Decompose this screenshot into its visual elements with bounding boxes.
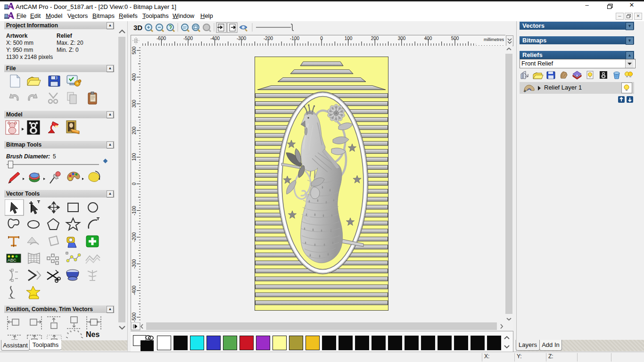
svg-text:100: 100: [345, 36, 353, 41]
svg-text:-100: -100: [132, 206, 137, 215]
svg-text:millimetres: millimetres: [484, 37, 504, 42]
svg-text:-300: -300: [237, 36, 246, 41]
svg-text:+: +: [523, 88, 526, 93]
svg-text:200: 200: [371, 36, 379, 41]
svg-text:-200: -200: [132, 232, 137, 242]
svg-text:300: 300: [132, 99, 137, 107]
svg-text:400: 400: [132, 73, 137, 81]
svg-text:500: 500: [451, 36, 459, 41]
svg-text:-600: -600: [157, 36, 166, 41]
svg-text:-500: -500: [183, 36, 193, 41]
svg-text:-200: -200: [264, 36, 273, 41]
svg-text:100: 100: [132, 153, 137, 161]
svg-text:3D: 3D: [133, 24, 142, 32]
svg-text:500: 500: [132, 46, 137, 54]
svg-text:0: 0: [132, 182, 137, 185]
svg-text:-300: -300: [132, 259, 137, 269]
svg-text:ABC: ABC: [8, 258, 17, 263]
svg-text:-100: -100: [290, 36, 299, 41]
svg-text:400: 400: [424, 36, 432, 41]
svg-text:-500: -500: [132, 313, 137, 322]
svg-text:200: 200: [132, 126, 137, 134]
svg-text:0: 0: [320, 36, 323, 41]
svg-text:-400: -400: [210, 36, 220, 41]
svg-text:-400: -400: [132, 286, 137, 295]
svg-text:300: 300: [398, 36, 406, 41]
svg-text:Nes: Nes: [86, 330, 99, 338]
